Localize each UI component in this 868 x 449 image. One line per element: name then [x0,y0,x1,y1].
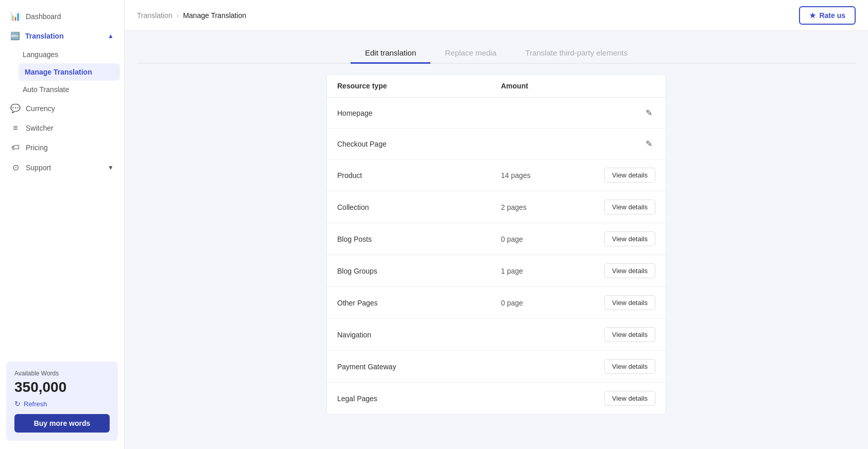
resource-name: Payment Gateway [337,363,501,371]
resource-name: Blog Posts [337,235,501,243]
table-row: Other Pages 0 page View details [327,287,666,319]
row-action: View details [583,359,655,374]
row-action: ✎ [583,137,655,151]
resource-amount: 0 page [501,299,583,307]
breadcrumb: Translation › Manage Translation [137,11,246,20]
pricing-label: Pricing [26,143,48,152]
dashboard-icon: 📊 [10,11,21,21]
resource-name: Other Pages [337,299,501,307]
sidebar: 📊 Dashboard 🔤 Translation ▲ Languages Ma… [0,0,125,449]
chevron-up-icon: ▲ [108,32,114,40]
col-amount: Amount [501,82,583,90]
row-action: View details [583,200,655,214]
col-resource-type: Resource type [337,82,501,90]
resource-name: Homepage [337,109,501,117]
resource-name: Legal Pages [337,394,501,403]
table-header-row: Resource type Amount [327,75,666,98]
sidebar-item-dashboard[interactable]: 📊 Dashboard [0,6,124,26]
tab-edit-translation[interactable]: Edit translation [351,43,430,64]
view-details-payment-button[interactable]: View details [604,359,655,374]
sidebar-item-manage-translation[interactable]: Manage Translation [19,63,120,81]
tabs-bar: Edit translation Replace media Translate… [137,43,856,64]
table-row: Legal Pages View details [327,383,666,414]
sidebar-item-switcher[interactable]: ≡ Switcher [0,118,124,138]
currency-label: Currency [26,104,55,113]
resource-amount: 0 page [501,235,583,243]
pricing-icon: 🏷 [10,143,21,152]
refresh-icon: ↻ [14,400,21,408]
col-action [583,82,655,90]
refresh-label: Refresh [24,400,47,408]
table-row: Blog Groups 1 page View details [327,255,666,287]
table-row: Navigation View details [327,319,666,351]
sidebar-item-support[interactable]: ⊙ Support ▼ [0,157,124,177]
sidebar-item-pricing[interactable]: 🏷 Pricing [0,138,124,157]
support-label: Support [26,164,51,172]
row-action: View details [583,231,655,246]
table-row: Payment Gateway View details [327,351,666,383]
table-row: Checkout Page ✎ [327,129,666,159]
resource-name: Checkout Page [337,140,501,148]
resource-name: Product [337,171,501,179]
currency-icon: 💬 [10,103,21,113]
row-action: View details [583,391,655,406]
resource-table: Resource type Amount Homepage ✎ Checkout… [326,74,666,415]
breadcrumb-current: Manage Translation [183,11,246,20]
switcher-icon: ≡ [10,123,21,133]
translation-icon: 🔤 [10,31,20,41]
sidebar-footer: Available Words 350,000 ↻ Refresh Buy mo… [6,362,118,441]
table-row: Homepage ✎ [327,98,666,129]
chevron-down-icon: ▼ [108,164,114,171]
header: Translation › Manage Translation ★ Rate … [125,0,868,31]
row-action: View details [583,263,655,278]
resource-name: Collection [337,203,501,211]
auto-translate-label: Auto Translate [23,85,69,94]
main-content: Translation › Manage Translation ★ Rate … [125,0,868,449]
resource-amount: 1 page [501,267,583,275]
star-icon: ★ [809,11,816,20]
row-action: View details [583,168,655,183]
buy-more-button[interactable]: Buy more words [14,414,110,433]
languages-label: Languages [23,50,58,59]
view-details-blog-posts-button[interactable]: View details [604,231,655,246]
view-details-navigation-button[interactable]: View details [604,327,655,342]
edit-checkout-button[interactable]: ✎ [643,137,655,151]
content-area: Edit translation Replace media Translate… [125,31,868,449]
view-details-blog-groups-button[interactable]: View details [604,263,655,278]
resource-name: Navigation [337,331,501,339]
manage-translation-label: Manage Translation [25,68,92,76]
table-row: Collection 2 pages View details [327,191,666,223]
sidebar-dashboard-label: Dashboard [26,12,61,21]
rate-us-button[interactable]: ★ Rate us [799,6,856,25]
rate-label: Rate us [819,11,845,20]
breadcrumb-separator: › [177,11,179,20]
refresh-button[interactable]: ↻ Refresh [14,400,47,408]
row-action: View details [583,295,655,310]
available-words-label: Available Words [14,370,110,377]
resource-amount: 2 pages [501,203,583,211]
row-action: ✎ [583,106,655,120]
resource-amount: 14 pages [501,171,583,179]
edit-homepage-button[interactable]: ✎ [643,106,655,120]
resource-name: Blog Groups [337,267,501,275]
available-words-value: 350,000 [14,379,110,396]
view-details-legal-button[interactable]: View details [604,391,655,406]
sidebar-item-languages[interactable]: Languages [0,46,124,63]
sidebar-item-currency[interactable]: 💬 Currency [0,98,124,118]
tab-replace-media[interactable]: Replace media [430,43,511,64]
view-details-product-button[interactable]: View details [604,168,655,183]
switcher-label: Switcher [26,124,54,132]
sidebar-nav: 📊 Dashboard 🔤 Translation ▲ Languages Ma… [0,0,124,362]
view-details-other-pages-button[interactable]: View details [604,295,655,310]
table-row: Product 14 pages View details [327,159,666,191]
row-action: View details [583,327,655,342]
table-row: Blog Posts 0 page View details [327,223,666,255]
sidebar-section-translation[interactable]: 🔤 Translation ▲ [0,26,124,46]
tab-third-party[interactable]: Translate third-party elements [511,43,642,64]
view-details-collection-button[interactable]: View details [604,200,655,214]
breadcrumb-root[interactable]: Translation [137,11,172,20]
sidebar-translation-label: Translation [25,32,64,40]
sidebar-item-auto-translate[interactable]: Auto Translate [0,81,124,98]
support-icon: ⊙ [10,163,21,172]
